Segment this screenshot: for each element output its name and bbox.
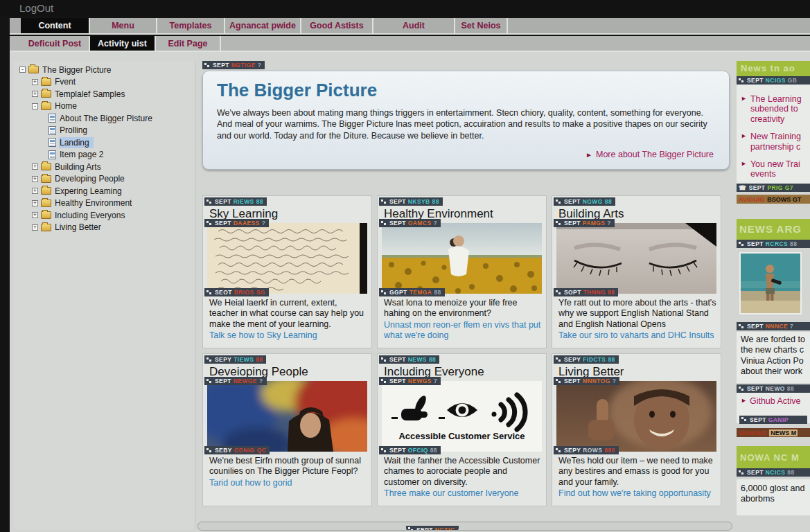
- card-link[interactable]: Take our siro to vaharts and DHC Insults: [558, 330, 716, 341]
- tag-icon: [556, 290, 562, 295]
- tag-suffix: ?: [262, 220, 266, 227]
- edit-tag[interactable]: SEPTNEWS88: [379, 355, 439, 364]
- tag-sept: SEPY: [215, 356, 231, 363]
- horizontal-scrollbar[interactable]: SEPTNGTIG: [197, 522, 732, 531]
- tag-suffix: 880: [604, 447, 615, 454]
- edit-tag[interactable]: SEPTNCIGSGB: [737, 76, 810, 85]
- logout-button[interactable]: LogOut: [19, 2, 53, 14]
- news-link[interactable]: ►You new Trai events: [741, 159, 809, 179]
- tree-item-the-bigger-picture[interactable]: -The Bigger Picture: [14, 64, 195, 76]
- edit-tag[interactable]: SEPTNEWO88: [737, 384, 810, 393]
- tree-item-home[interactable]: -Home: [14, 100, 195, 113]
- tree-item-building-arts[interactable]: +Building Arts: [14, 161, 195, 173]
- edit-tag[interactable]: ☎SEPTPRIGG7: [737, 184, 810, 192]
- expander-icon[interactable]: +: [32, 163, 38, 170]
- edit-tag[interactable]: SEPTNKSYB88: [379, 197, 443, 206]
- tab-agnancat-pwide[interactable]: Agnancat pwide: [225, 18, 301, 33]
- tag-label: NGTIGE: [231, 62, 256, 69]
- card-link[interactable]: Tarid out how to gorid: [209, 478, 367, 488]
- tree-item-living-better[interactable]: +Living Better: [14, 222, 195, 234]
- card-link[interactable]: Unnast mon reon-er ffem en vivs that put…: [384, 320, 542, 342]
- edit-tag[interactable]: SEPYFIDCTS88: [554, 355, 619, 364]
- edit-tag[interactable]: SEPYROWS880: [554, 446, 619, 454]
- card-link[interactable]: Talk se how to Sky Learning: [209, 330, 367, 341]
- edit-tag[interactable]: SEPTRCRCS88: [737, 240, 810, 248]
- edit-tag[interactable]: SEPTNEWGS7: [379, 377, 441, 385]
- tab-activity-uist[interactable]: Activity uist: [90, 36, 156, 51]
- expander-icon[interactable]: -: [32, 103, 38, 109]
- expander-icon[interactable]: +: [32, 79, 38, 85]
- news-link[interactable]: ►The Learning subended to creativity: [741, 94, 809, 124]
- edit-tag[interactable]: SEPTRIEWS88: [204, 197, 267, 206]
- edit-tag[interactable]: SEPTNGWG88: [554, 197, 615, 206]
- expander-icon[interactable]: +: [32, 188, 38, 194]
- expander-icon[interactable]: +: [32, 91, 38, 97]
- tree-item-fvent[interactable]: +Fvent: [14, 76, 195, 89]
- tab-edit-page[interactable]: Edit Page: [156, 36, 221, 51]
- edit-tag[interactable]: SEPTNEWGE?: [204, 377, 267, 385]
- tag-suffix: ?: [613, 378, 617, 384]
- card-deveioping-people: SEPYTIEWS88 Deveioping People: [202, 353, 372, 506]
- card-sky-learning: SEPTRIEWS88 Sky Learning: [202, 195, 372, 348]
- tree-item-prolling[interactable]: Prolling: [14, 125, 195, 137]
- edit-tag[interactable]: SEPTPAMGS?: [554, 219, 615, 227]
- news-links-panel: ►The Learning subended to creativity ►Ne…: [737, 85, 810, 184]
- edit-tag[interactable]: SOPTTHNNG88: [554, 288, 618, 296]
- expander-icon[interactable]: -: [19, 66, 26, 73]
- tab-label: Deficuit Post: [28, 39, 81, 48]
- edit-tag[interactable]: SEPTNNNCE7: [737, 322, 810, 330]
- tag-sept: SEPT: [389, 198, 406, 205]
- tree-item-healthy-environment[interactable]: +Healthy Environment: [14, 197, 195, 210]
- edit-tag[interactable]: GGPTTEMGA88: [379, 288, 445, 296]
- tree-item-landing[interactable]: Landing: [14, 136, 195, 149]
- expander-icon[interactable]: +: [32, 212, 38, 218]
- news-header-3: NOWA NC M: [737, 446, 810, 470]
- tab-deficuit-post[interactable]: Deficuit Post: [21, 36, 90, 51]
- sign-language-hand-icon: [391, 394, 428, 420]
- edit-tag[interactable]: SEPTDAAESS?: [204, 219, 269, 227]
- card-living-better: SEPYFIDCTS88 Living Better: [552, 353, 721, 506]
- tree-item-about-the-bigger-pisture[interactable]: About The Bigger Pisture: [14, 112, 195, 125]
- edit-tag-clipped[interactable]: SEPTNGTIG: [406, 526, 459, 531]
- expander-icon[interactable]: +: [32, 176, 38, 182]
- tab-label: Audit: [403, 21, 425, 30]
- expander-icon[interactable]: +: [32, 224, 38, 231]
- github-active-link[interactable]: ►Github Active: [741, 396, 810, 406]
- tab-audit[interactable]: Audit: [373, 18, 455, 33]
- ticker-left: AVIGUIG: [739, 196, 764, 203]
- tag-label: NEWGS: [408, 378, 432, 384]
- news-link-label: New Training partnership c: [750, 132, 809, 152]
- tab-label: Menu: [112, 21, 134, 30]
- tag-suffix: 7: [790, 323, 793, 330]
- edit-tag[interactable]: SEPTMNNTOG?: [554, 377, 619, 385]
- scrollbar-thumb[interactable]: SEPTNGTIG: [406, 522, 459, 530]
- tab-set-neios[interactable]: Set Neios: [455, 18, 508, 33]
- edit-tag[interactable]: SEPTOAMCS?: [379, 219, 441, 227]
- tree-item-templalef-samples[interactable]: +Templalef Samples: [14, 88, 195, 100]
- tab-good-astists[interactable]: Good Astists: [301, 18, 373, 33]
- tag-label: PRIG: [767, 184, 782, 191]
- tree-item-developing-people[interactable]: +Developing People: [14, 173, 195, 186]
- edit-tag[interactable]: SEPYTIEWS88: [204, 355, 266, 364]
- news-link[interactable]: ►New Training partnership c: [741, 132, 809, 152]
- tab-content[interactable]: Content: [21, 18, 90, 33]
- document-icon: [49, 138, 56, 147]
- tag-sept: SEPT: [389, 378, 406, 384]
- tree-item-expering-leaming[interactable]: +Expering Leaming: [14, 185, 195, 197]
- edit-tag[interactable]: SEBYODNIGQC: [204, 446, 270, 454]
- card-link[interactable]: Three make our customer Iveryone: [384, 488, 542, 499]
- tree-item-including-everyons[interactable]: +Including Everyons: [14, 209, 195, 222]
- tag-sept: SOPT: [564, 289, 581, 296]
- expander-icon[interactable]: +: [32, 200, 38, 206]
- edit-tag[interactable]: SEPTNCICS88: [737, 468, 810, 477]
- edit-tag[interactable]: SEOTBRIOSSG: [204, 288, 269, 296]
- edit-tag[interactable]: SEPTOFCIQ88: [379, 446, 441, 454]
- tab-menu[interactable]: Menu: [90, 18, 157, 33]
- tab-templates[interactable]: Templates: [157, 18, 225, 33]
- card-link[interactable]: Find out how we're taking opportunasity: [558, 488, 716, 499]
- tree-item-item-page-2[interactable]: Item page 2: [14, 149, 195, 161]
- hero-more-link[interactable]: ►More about The Bigger Picture: [586, 150, 714, 159]
- tag-label: OAMCS: [408, 220, 432, 227]
- edit-tag[interactable]: SEPTGANIP: [739, 416, 807, 424]
- edit-tag-hero[interactable]: SEPTNGTIGE?: [202, 61, 265, 69]
